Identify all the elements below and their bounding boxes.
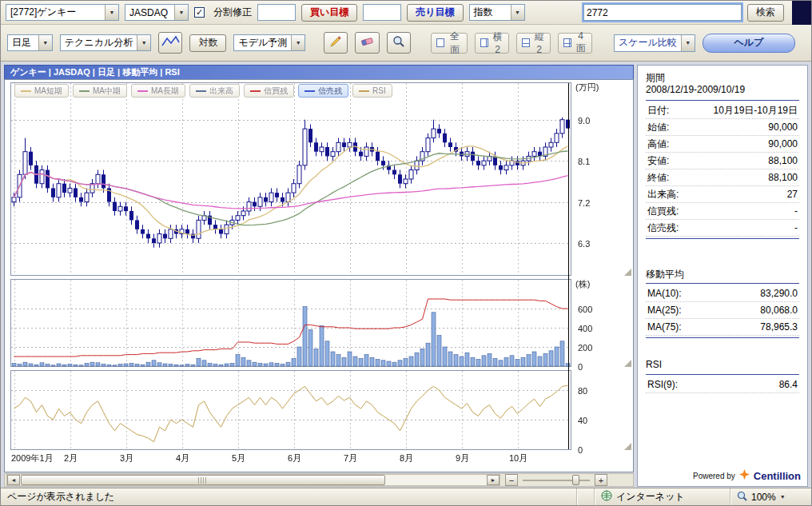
horizontal-scrollbar[interactable]: ◄ ► — [6, 474, 500, 486]
quote-row-close: 終値: 88,100 — [646, 169, 799, 186]
chevron-down-icon[interactable]: ▼ — [511, 5, 524, 20]
row-label: 日付: — [647, 104, 669, 118]
row-value: 27 — [787, 189, 798, 200]
row-value: - — [794, 222, 798, 233]
status-zoom-control[interactable]: 100% ▼ — [730, 488, 812, 505]
legend-ma-long-button[interactable]: MA長期 — [131, 84, 185, 98]
index-combo-value: 指数 — [470, 5, 511, 20]
chart-titlebar: ゲンキー | JASDAQ | 日足 | 移動平均 | RSI — [4, 65, 634, 79]
chevron-down-icon[interactable]: ▼ — [105, 5, 118, 20]
status-spacer — [576, 488, 594, 505]
layout-vertical2-label: 縦2 — [533, 30, 544, 55]
scroll-left-icon[interactable]: ◄ — [7, 475, 20, 485]
technical-combo[interactable]: テクニカル分析 ▼ — [60, 34, 151, 51]
row-value: 10月19日-10月19日 — [714, 104, 798, 118]
line-chart-tool-button[interactable] — [158, 32, 182, 54]
chart-canvas[interactable] — [6, 80, 622, 468]
buy-target-button[interactable]: 買い目標 — [301, 4, 357, 22]
row-label: 信売残: — [647, 221, 679, 235]
zoom-out-button[interactable]: − — [505, 474, 518, 486]
log-scale-button[interactable]: 対数 — [189, 34, 226, 52]
chevron-down-icon[interactable]: ▼ — [780, 494, 786, 500]
scrollbar-thumb[interactable] — [21, 475, 385, 485]
scale-compare-combo[interactable]: スケール比較 ▼ — [614, 34, 695, 52]
quote-row-date: 日付: 10月19日-10月19日 — [646, 102, 799, 119]
sell-target-button[interactable]: 売り目標 — [407, 4, 463, 22]
pane-resize-handle[interactable] — [624, 269, 631, 276]
chart-scroll-row: ◄ ► − + — [4, 473, 634, 487]
legend-label: MA長期 — [151, 86, 179, 97]
toolbar-tools: 日足 ▼ テクニカル分析 ▼ 対数 モデル予測 ▼ — [1, 25, 812, 62]
period-combo[interactable]: 日足 ▼ — [7, 34, 53, 51]
legend-rsi-button[interactable]: RSI — [352, 84, 392, 98]
status-zoom-value: 100% — [751, 492, 776, 503]
layout-vertical2-button[interactable]: 縦2 — [516, 33, 551, 54]
eraser-button[interactable] — [355, 32, 379, 54]
scroll-right-icon[interactable]: ► — [487, 475, 500, 485]
layout-full-button[interactable]: 全面 — [431, 33, 468, 54]
model-forecast-combo[interactable]: モデル予測 ▼ — [233, 34, 305, 51]
code-input[interactable] — [583, 4, 742, 21]
chevron-down-icon[interactable]: ▼ — [291, 35, 304, 50]
legend-volume-button[interactable]: 出来高 — [189, 84, 240, 98]
globe-icon — [601, 490, 612, 504]
buy-target-input[interactable] — [257, 4, 296, 21]
status-zone-label: インターネット — [616, 490, 685, 504]
row-label: 信買残: — [647, 205, 679, 218]
legend-margin-sell-button[interactable]: 信売残 — [298, 84, 348, 98]
index-combo[interactable]: 指数 ▼ — [469, 4, 525, 21]
row-value: 83,290.0 — [760, 288, 798, 299]
row-label: MA(25): — [647, 305, 682, 316]
chevron-down-icon[interactable]: ▼ — [137, 35, 150, 50]
quote-row-open: 始値: 90,000 — [646, 119, 799, 136]
help-button[interactable]: ヘルプ — [703, 34, 795, 53]
row-value: 86.4 — [779, 379, 798, 390]
eraser-icon — [360, 36, 375, 50]
legend-margin-buy-button[interactable]: 信買残 — [244, 84, 294, 98]
ma-short-line-icon — [21, 90, 31, 92]
rsi-line-icon — [359, 90, 369, 92]
split-adjust-checkbox[interactable]: ✓ — [194, 7, 205, 18]
zoom-slider[interactable] — [523, 474, 590, 486]
legend-label: MA中期 — [93, 86, 121, 97]
layout-full-icon — [436, 38, 444, 47]
scrollbar-track[interactable] — [20, 475, 487, 485]
quote-row-margin-buy: 信買残: - — [646, 203, 799, 220]
zoom-in-button[interactable]: + — [595, 474, 607, 486]
symbol-combo[interactable]: [2772]ゲンキー ▼ — [6, 4, 119, 21]
market-combo-value: JASDAQ — [125, 5, 174, 20]
zoom-tool-button[interactable] — [387, 32, 411, 54]
split-adjust-label: 分割修正 — [213, 6, 252, 19]
window-corner-block — [792, 1, 812, 25]
chevron-down-icon[interactable]: ▼ — [174, 5, 188, 20]
pane-resize-handle[interactable] — [624, 360, 631, 367]
ma-row-25: MA(25): 80,068.0 — [646, 302, 799, 319]
chevron-down-icon[interactable]: ▼ — [681, 35, 695, 51]
legend-ma-short-button[interactable]: MA短期 — [14, 84, 69, 98]
layout-horizontal2-button[interactable]: 横2 — [475, 33, 509, 54]
zoom-slider-thumb[interactable] — [572, 475, 579, 485]
zoom-magnifier-icon — [737, 491, 747, 504]
ma-mid-line-icon — [79, 90, 90, 92]
legend-ma-mid-button[interactable]: MA中期 — [73, 84, 127, 98]
draw-pencil-button[interactable] — [324, 32, 348, 54]
search-button[interactable]: 検索 — [747, 4, 784, 22]
chevron-down-icon[interactable]: ▼ — [38, 35, 52, 50]
market-combo[interactable]: JASDAQ ▼ — [125, 4, 189, 21]
row-label: 安値: — [647, 154, 669, 168]
sell-target-input[interactable] — [363, 4, 401, 21]
app-window: { "toolbar_top": { "symbol_combo": "[277… — [0, 0, 812, 506]
divider — [646, 337, 799, 338]
legend-label: 信売残 — [318, 86, 342, 97]
ma-long-line-icon — [137, 90, 148, 92]
symbol-combo-value: [2772]ゲンキー — [6, 5, 105, 20]
pane-resize-handle[interactable] — [624, 443, 631, 450]
magnifier-icon — [392, 35, 405, 50]
chart-legend: MA短期 MA中期 MA長期 出来高 信買残 信売残 — [14, 84, 392, 98]
layout-quad-button[interactable]: 4面 — [558, 33, 592, 54]
row-label: 出来高: — [647, 188, 679, 201]
pencil-icon — [329, 35, 342, 50]
row-label: 終値: — [647, 171, 669, 185]
divider — [646, 283, 799, 284]
technical-combo-value: テクニカル分析 — [61, 35, 137, 50]
